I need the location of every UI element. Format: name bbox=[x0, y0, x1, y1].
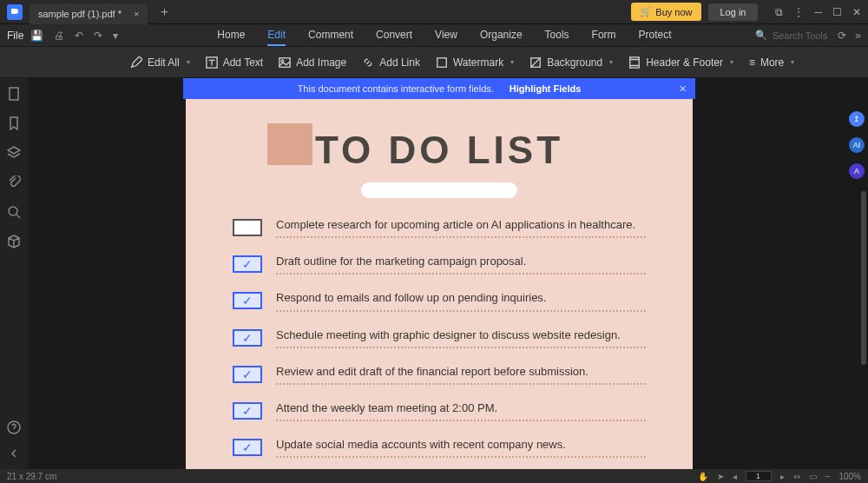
more-button[interactable]: ≡ More ▾ bbox=[749, 56, 794, 69]
login-button[interactable]: Log in bbox=[708, 3, 759, 21]
save-icon[interactable]: 💾 bbox=[30, 30, 43, 42]
watermark-button[interactable]: Watermark ▾ bbox=[436, 56, 514, 69]
close-window-icon[interactable]: ✕ bbox=[852, 6, 861, 18]
thumbnails-icon[interactable] bbox=[7, 87, 21, 101]
todo-row: ✓Respond to emails and follow up on pend… bbox=[233, 290, 646, 311]
redo-icon[interactable]: ↷ bbox=[94, 30, 102, 42]
todo-checkbox[interactable] bbox=[233, 219, 262, 236]
select-tool-icon[interactable]: ➤ bbox=[717, 472, 724, 481]
chevron-down-icon: ▾ bbox=[730, 58, 733, 66]
background-icon bbox=[529, 56, 542, 69]
file-menu[interactable]: File bbox=[7, 30, 23, 42]
todo-checkbox[interactable]: ✓ bbox=[233, 366, 262, 383]
attachments-icon[interactable] bbox=[7, 175, 21, 189]
fit-width-icon[interactable]: ⇔ bbox=[793, 472, 800, 481]
chevron-down-icon: ▾ bbox=[609, 58, 613, 66]
todo-checkbox[interactable]: ✓ bbox=[233, 329, 262, 347]
buy-now-button[interactable]: 🛒 Buy now bbox=[631, 3, 700, 21]
fit-page-icon[interactable]: ▭ bbox=[809, 472, 817, 481]
popout-icon[interactable]: ⧉ bbox=[775, 6, 783, 18]
cube-icon[interactable] bbox=[7, 235, 21, 248]
hand-tool-icon[interactable]: ✋ bbox=[698, 472, 708, 481]
divider-line bbox=[276, 310, 646, 312]
close-tab-icon[interactable]: × bbox=[134, 9, 139, 19]
next-page-icon[interactable]: ▸ bbox=[780, 472, 785, 481]
titlebar: sample pdf (1).pdf * × ＋ 🛒 Buy now Log i… bbox=[0, 0, 868, 24]
watermark-icon bbox=[436, 56, 448, 69]
add-link-button[interactable]: Add Link bbox=[362, 56, 420, 69]
background-label: Background bbox=[547, 56, 602, 69]
maximize-icon[interactable]: ☐ bbox=[832, 6, 842, 18]
minimize-icon[interactable]: ─ bbox=[814, 6, 822, 18]
add-tab-button[interactable]: ＋ bbox=[158, 3, 171, 20]
chevron-down-icon: ▾ bbox=[510, 58, 514, 66]
menu-organize[interactable]: Organize bbox=[480, 25, 523, 46]
todo-checkbox[interactable]: ✓ bbox=[233, 255, 262, 273]
page-dimensions: 21 x 29.7 cm bbox=[7, 472, 56, 481]
kebab-icon[interactable]: ⋮ bbox=[793, 6, 804, 18]
add-image-label: Add Image bbox=[296, 56, 346, 69]
todo-row: ✓Schedule meeting with graphic designer … bbox=[233, 328, 646, 348]
undo-icon[interactable]: ↶ bbox=[75, 30, 83, 42]
add-text-button[interactable]: Add Text bbox=[206, 56, 263, 69]
header-footer-label: Header & Footer bbox=[646, 56, 723, 69]
bookmarks-icon[interactable] bbox=[7, 116, 21, 130]
todo-checkbox[interactable]: ✓ bbox=[233, 292, 262, 309]
menu-tools[interactable]: Tools bbox=[545, 25, 569, 46]
document-tab[interactable]: sample pdf (1).pdf * × bbox=[30, 3, 148, 24]
statusbar: 21 x 29.7 cm ✋ ➤ ◂ ▸ ⇔ ▭ − 100% bbox=[0, 469, 868, 483]
menu-form[interactable]: Form bbox=[592, 25, 616, 46]
zoom-out-icon[interactable]: − bbox=[825, 472, 831, 481]
image-icon bbox=[279, 56, 291, 69]
svg-point-2 bbox=[281, 59, 284, 62]
page-title: TO DO LIST bbox=[207, 129, 672, 172]
highlight-fields-link[interactable]: Highlight Fields bbox=[510, 83, 582, 94]
layers-icon[interactable] bbox=[7, 146, 21, 160]
chevron-down-icon[interactable]: ▾ bbox=[113, 30, 118, 42]
todo-row: ✓Draft outline for the marketing campaig… bbox=[233, 254, 646, 275]
print-icon[interactable]: 🖨 bbox=[54, 30, 64, 42]
search-tools[interactable]: 🔍 Search Tools bbox=[755, 30, 827, 41]
divider-line bbox=[276, 383, 646, 385]
todo-text: Draft outline for the marketing campaign… bbox=[276, 254, 646, 269]
sync-icon[interactable]: ⟳ bbox=[838, 30, 846, 42]
page-number-input[interactable] bbox=[746, 471, 772, 481]
cart-icon: 🛒 bbox=[640, 6, 652, 17]
vertical-scrollbar[interactable] bbox=[861, 191, 866, 365]
tab-title: sample pdf (1).pdf * bbox=[38, 9, 122, 19]
header-footer-button[interactable]: Header & Footer ▾ bbox=[628, 56, 733, 69]
menu-convert[interactable]: Convert bbox=[376, 25, 412, 46]
menu-home[interactable]: Home bbox=[217, 25, 245, 46]
background-button[interactable]: Background ▾ bbox=[529, 56, 613, 69]
document-canvas[interactable]: This document contains interactive form … bbox=[28, 78, 851, 469]
annotate-badge-icon[interactable]: A bbox=[849, 163, 865, 179]
menubar: File 💾 🖨 ↶ ↷ ▾ HomeEditCommentConvertVie… bbox=[0, 24, 868, 47]
edit-all-button[interactable]: Edit All ▾ bbox=[130, 56, 190, 69]
app-logo-icon[interactable] bbox=[7, 4, 23, 20]
todo-text: Schedule meeting with graphic designer t… bbox=[276, 328, 646, 343]
menu-comment[interactable]: Comment bbox=[308, 25, 353, 46]
divider-line bbox=[276, 456, 646, 458]
prev-page-icon[interactable]: ◂ bbox=[733, 472, 737, 481]
help-icon[interactable] bbox=[7, 420, 21, 434]
collapse-icon[interactable] bbox=[7, 447, 21, 460]
todo-checkbox[interactable]: ✓ bbox=[233, 439, 262, 456]
menu-edit[interactable]: Edit bbox=[267, 25, 286, 46]
close-banner-icon[interactable]: ✕ bbox=[679, 83, 687, 95]
add-image-button[interactable]: Add Image bbox=[279, 56, 346, 69]
todo-text: Complete research for upcoming article o… bbox=[276, 217, 646, 233]
ai-badge-icon[interactable]: AI bbox=[849, 137, 865, 153]
expand-icon[interactable]: » bbox=[855, 30, 861, 42]
upload-badge-icon[interactable]: ↥ bbox=[849, 111, 865, 127]
todo-row: ✓Review and edit draft of the financial … bbox=[233, 364, 646, 385]
divider-line bbox=[276, 236, 646, 238]
menu-view[interactable]: View bbox=[435, 25, 457, 46]
divider-line bbox=[276, 347, 646, 348]
search-icon: 🔍 bbox=[755, 30, 767, 41]
menu-protect[interactable]: Protect bbox=[639, 25, 672, 46]
zoom-value: 100% bbox=[838, 472, 861, 481]
banner-message: This document contains interactive form … bbox=[298, 83, 494, 94]
edit-toolbar: Edit All ▾ Add Text Add Image Add Link W… bbox=[0, 47, 868, 78]
todo-checkbox[interactable]: ✓ bbox=[233, 402, 262, 420]
search-panel-icon[interactable] bbox=[7, 205, 21, 219]
